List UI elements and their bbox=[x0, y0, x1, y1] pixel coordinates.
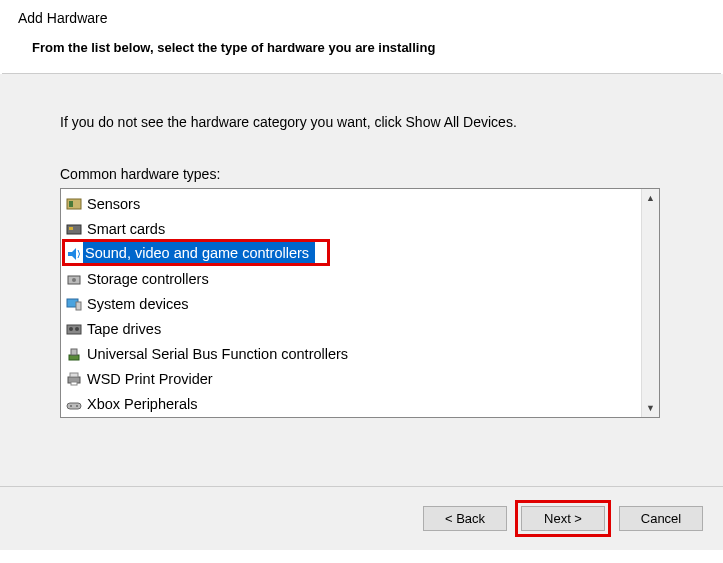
hint-text: If you do not see the hardware category … bbox=[60, 114, 663, 130]
svg-rect-1 bbox=[69, 201, 73, 207]
list-item-label: Sensors bbox=[87, 196, 140, 212]
list-item[interactable]: Tape drives bbox=[61, 316, 641, 341]
list-item[interactable]: Universal Serial Bus Function controller… bbox=[61, 341, 641, 366]
annotation-highlight-next: Next > bbox=[515, 500, 611, 537]
scroll-down-button[interactable]: ▼ bbox=[642, 399, 659, 417]
xbox-icon bbox=[65, 395, 83, 413]
tape-icon bbox=[65, 320, 83, 338]
scroll-up-button[interactable]: ▲ bbox=[642, 189, 659, 207]
svg-rect-13 bbox=[71, 349, 77, 355]
svg-rect-15 bbox=[70, 373, 78, 377]
svg-rect-16 bbox=[71, 382, 77, 385]
list-item[interactable]: Sound, video and game controllers bbox=[61, 241, 641, 266]
list-item-label: Tape drives bbox=[87, 321, 161, 337]
hardware-types-listbox[interactable]: SensorsSmart cardsSound, video and game … bbox=[60, 188, 660, 418]
back-button[interactable]: < Back bbox=[423, 506, 507, 531]
sensors-icon bbox=[65, 195, 83, 213]
svg-rect-8 bbox=[76, 302, 81, 310]
scrollbar[interactable]: ▲ ▼ bbox=[641, 189, 659, 417]
svg-marker-4 bbox=[68, 248, 76, 260]
list-item[interactable]: Smart cards bbox=[61, 216, 641, 241]
svg-point-6 bbox=[72, 278, 76, 282]
cancel-button[interactable]: Cancel bbox=[619, 506, 703, 531]
system-icon bbox=[65, 295, 83, 313]
scroll-track[interactable] bbox=[642, 207, 659, 399]
list-item[interactable]: WSD Print Provider bbox=[61, 366, 641, 391]
list-item-label: Xbox Peripherals bbox=[87, 396, 197, 412]
list-item[interactable]: Xbox Peripherals bbox=[61, 391, 641, 416]
window-subtitle: From the list below, select the type of … bbox=[18, 40, 705, 55]
svg-point-18 bbox=[70, 405, 72, 407]
svg-rect-3 bbox=[69, 227, 73, 230]
printer-icon bbox=[65, 370, 83, 388]
svg-rect-12 bbox=[69, 355, 79, 360]
svg-point-19 bbox=[76, 405, 78, 407]
svg-point-10 bbox=[69, 327, 73, 331]
list-item-label: System devices bbox=[87, 296, 189, 312]
smartcard-icon bbox=[65, 220, 83, 238]
list-item[interactable]: System devices bbox=[61, 291, 641, 316]
list-item-label: Universal Serial Bus Function controller… bbox=[87, 346, 348, 362]
list-item[interactable]: Sensors bbox=[61, 191, 641, 216]
usb-icon bbox=[65, 345, 83, 363]
window-title: Add Hardware bbox=[18, 10, 705, 26]
storage-icon bbox=[65, 270, 83, 288]
svg-rect-17 bbox=[67, 403, 81, 409]
speaker-icon bbox=[65, 245, 83, 263]
next-button[interactable]: Next > bbox=[521, 506, 605, 531]
list-item[interactable]: Storage controllers bbox=[61, 266, 641, 291]
list-item-label: Sound, video and game controllers bbox=[85, 245, 309, 261]
list-label: Common hardware types: bbox=[60, 166, 663, 182]
svg-point-11 bbox=[75, 327, 79, 331]
list-item-label: Storage controllers bbox=[87, 271, 209, 287]
footer-button-bar: < Back Next > Cancel bbox=[0, 486, 723, 550]
list-item-label: Smart cards bbox=[87, 221, 165, 237]
list-item-label: WSD Print Provider bbox=[87, 371, 213, 387]
